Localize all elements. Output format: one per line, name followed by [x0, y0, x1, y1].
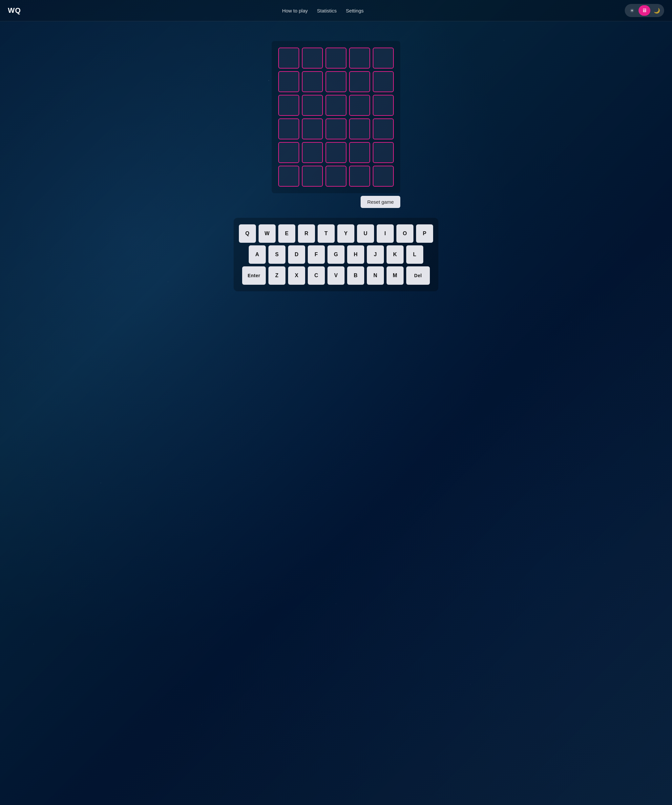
grid-cell [325, 48, 347, 69]
key-f[interactable]: F [308, 245, 325, 264]
moon-icon: 🌙 [654, 8, 660, 14]
key-q[interactable]: Q [239, 224, 256, 243]
sun-icon: ☀ [630, 8, 634, 14]
grid-cell [278, 71, 299, 92]
grid-cell [278, 166, 299, 187]
grid-cell [373, 118, 394, 140]
theme-switcher: ☀ 🖥 🌙 [625, 4, 664, 17]
header: WQ How to play Statistics Settings ☀ 🖥 🌙 [0, 0, 672, 21]
key-l[interactable]: L [406, 245, 423, 264]
key-m[interactable]: M [386, 266, 404, 285]
key-d[interactable]: D [288, 245, 305, 264]
grid-cell [325, 118, 347, 140]
key-y[interactable]: Y [337, 224, 354, 243]
grid-cell [302, 118, 323, 140]
grid-cell [325, 71, 347, 92]
key-h[interactable]: H [347, 245, 364, 264]
grid-cell [302, 95, 323, 116]
grid-cell [325, 95, 347, 116]
key-k[interactable]: K [386, 245, 404, 264]
grid-cell [302, 48, 323, 69]
grid-cell [302, 166, 323, 187]
keyboard-row-1: QWERTYUIOP [239, 224, 433, 243]
key-g[interactable]: G [327, 245, 345, 264]
grid-cell [302, 142, 323, 163]
theme-dark-button[interactable]: 🌙 [651, 5, 663, 16]
nav: How to play Statistics Settings [282, 8, 364, 13]
grid-cell [349, 71, 370, 92]
key-b[interactable]: B [347, 266, 364, 285]
nav-how-to-play[interactable]: How to play [282, 8, 308, 13]
key-enter[interactable]: Enter [242, 266, 266, 285]
key-a[interactable]: A [249, 245, 266, 264]
keyboard: QWERTYUIOPASDFGHJKLEnterZXCVBNMDel [233, 218, 439, 291]
key-n[interactable]: N [367, 266, 384, 285]
key-t[interactable]: T [318, 224, 335, 243]
grid-cell [373, 166, 394, 187]
grid-cell [349, 142, 370, 163]
key-o[interactable]: O [396, 224, 414, 243]
nav-settings[interactable]: Settings [346, 8, 363, 13]
key-e[interactable]: E [278, 224, 295, 243]
theme-screen-button[interactable]: 🖥 [639, 5, 651, 16]
grid-cell [373, 71, 394, 92]
grid-cell [278, 48, 299, 69]
grid-cell [373, 142, 394, 163]
key-j[interactable]: J [367, 245, 384, 264]
logo[interactable]: WQ [8, 6, 21, 15]
grid-cell [278, 142, 299, 163]
grid-cell [349, 48, 370, 69]
grid-cell [325, 142, 347, 163]
key-v[interactable]: V [327, 266, 345, 285]
theme-light-button[interactable]: ☀ [626, 5, 638, 16]
grid-cell [302, 71, 323, 92]
key-delete[interactable]: Del [406, 266, 430, 285]
key-c[interactable]: C [308, 266, 325, 285]
reset-game-button[interactable]: Reset game [361, 196, 400, 208]
screen-icon: 🖥 [642, 8, 647, 13]
grid-cell [349, 95, 370, 116]
key-x[interactable]: X [288, 266, 305, 285]
grid-container: Reset game [272, 41, 400, 208]
nav-statistics[interactable]: Statistics [317, 8, 337, 13]
grid-cell [349, 118, 370, 140]
key-s[interactable]: S [268, 245, 286, 264]
key-i[interactable]: I [377, 224, 394, 243]
keyboard-row-3: EnterZXCVBNMDel [242, 266, 430, 285]
grid-cell [278, 95, 299, 116]
keyboard-row-2: ASDFGHJKL [249, 245, 423, 264]
key-p[interactable]: P [416, 224, 433, 243]
grid-cell [325, 166, 347, 187]
key-z[interactable]: Z [268, 266, 286, 285]
grid-cell [373, 95, 394, 116]
key-w[interactable]: W [258, 224, 276, 243]
grid-cell [349, 166, 370, 187]
key-u[interactable]: U [357, 224, 374, 243]
game-grid [272, 41, 400, 193]
grid-cell [278, 118, 299, 140]
key-r[interactable]: R [298, 224, 315, 243]
grid-cell [373, 48, 394, 69]
main-content: Reset game QWERTYUIOPASDFGHJKLEnterZXCVB… [0, 21, 672, 304]
